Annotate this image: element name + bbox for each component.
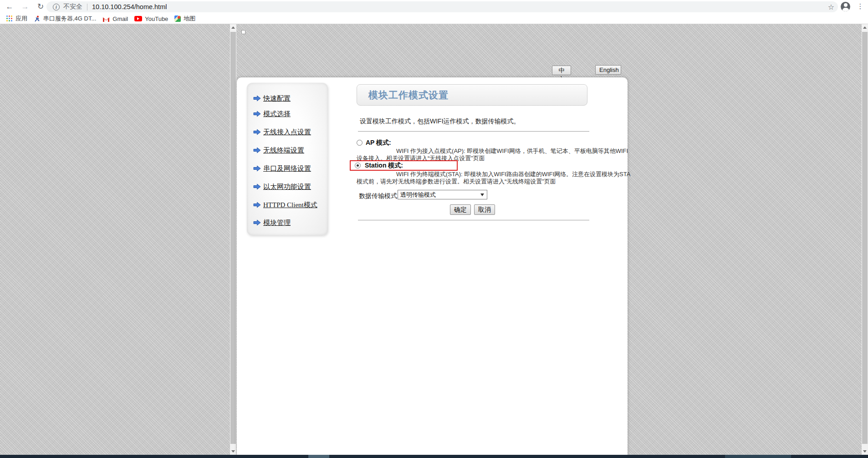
bookmark-star-icon[interactable]: ☆ xyxy=(828,3,834,11)
arrow-icon xyxy=(253,129,261,135)
ap-mode-label[interactable]: AP 模式: xyxy=(366,139,391,147)
runner-icon xyxy=(34,15,41,22)
station-mode-radio[interactable] xyxy=(355,163,361,168)
sidebar-item-module-management[interactable]: 模块管理 xyxy=(253,218,291,227)
bookmarks-bar: 应用 串口服务器,4G DT... Gmail YouTube xyxy=(0,13,868,24)
taskbar-segment xyxy=(725,455,791,458)
intro-text: 设置模块工作模式，包括WIFI运作模式，数据传输模式。 xyxy=(360,117,520,126)
reload-icon[interactable]: ↻ xyxy=(35,1,46,13)
address-bar[interactable]: i 不安全 10.10.100.254/home.html ☆ xyxy=(46,1,838,12)
ok-button[interactable]: 确定 xyxy=(450,204,471,215)
scrollbar-thumb[interactable] xyxy=(862,32,868,444)
arrow-icon xyxy=(253,95,261,102)
url-text[interactable]: 10.10.100.254/home.html xyxy=(92,3,167,10)
page-title-box: 模块工作模式设置 xyxy=(357,84,587,106)
bookmark-serial-server[interactable]: 串口服务器,4G DT... xyxy=(34,14,96,23)
page-title: 模块工作模式设置 xyxy=(368,89,449,102)
scroll-up-icon[interactable] xyxy=(230,24,236,31)
apps-grid-icon xyxy=(6,15,13,22)
sidebar-item-label[interactable]: 快速配置 xyxy=(263,94,291,103)
gmail-icon xyxy=(102,16,110,22)
transfer-mode-label: 数据传输模式 xyxy=(359,192,397,200)
bookmark-maps[interactable]: 地图 xyxy=(174,14,195,23)
bookmark-gmail[interactable]: Gmail xyxy=(102,14,128,23)
youtube-icon xyxy=(134,16,142,21)
sidebar-item-ethernet[interactable]: 以太网功能设置 xyxy=(253,182,311,191)
arrow-icon xyxy=(253,165,261,172)
ap-mode-radio[interactable] xyxy=(357,140,363,146)
sidebar-menu: 快速配置 模式选择 无线接入点设置 无线终端设置 串口及网络设置 以太网功能设置 xyxy=(247,83,328,235)
sidebar-item-label[interactable]: 模块管理 xyxy=(263,219,291,227)
maps-icon xyxy=(174,15,181,22)
sidebar-item-label[interactable]: 以太网功能设置 xyxy=(263,183,311,191)
cancel-button[interactable]: 取消 xyxy=(474,204,495,215)
lang-chinese-button[interactable]: 中文 xyxy=(552,66,571,75)
scroll-up-icon[interactable] xyxy=(862,24,868,31)
sidebar-item-label[interactable]: HTTPD Client模式 xyxy=(263,201,317,209)
transfer-mode-select[interactable]: 透明传输模式 xyxy=(398,190,487,199)
chevron-down-icon xyxy=(480,193,484,196)
bookmark-label: YouTube xyxy=(145,15,168,22)
sidebar-item-label[interactable]: 无线终端设置 xyxy=(263,146,304,155)
page-viewport: 中文 English 快速配置 模式选择 无线接入点设置 无线终端设置 xyxy=(0,24,868,455)
sidebar-item-mode-select[interactable]: 模式选择 xyxy=(253,109,291,118)
sidebar-item-quick-config[interactable]: 快速配置 xyxy=(253,94,291,103)
scroll-down-icon[interactable] xyxy=(862,448,868,455)
browser-scrollbar[interactable] xyxy=(862,24,868,455)
menu-dots-icon[interactable]: ⋮ xyxy=(856,2,864,10)
station-mode-label[interactable]: Station 模式: xyxy=(365,162,403,170)
sidebar-item-httpd-client[interactable]: HTTPD Client模式 xyxy=(253,200,317,209)
lang-english-button[interactable]: English xyxy=(595,65,621,75)
browser-chrome: ← → ↻ i 不安全 10.10.100.254/home.html ☆ ⋮ … xyxy=(0,0,868,24)
arrow-icon xyxy=(253,111,261,117)
browser-toolbar: ← → ↻ i 不安全 10.10.100.254/home.html ☆ ⋮ xyxy=(0,0,868,13)
sidebar-item-ap-settings[interactable]: 无线接入点设置 xyxy=(253,127,311,137)
forward-icon[interactable]: → xyxy=(19,1,31,13)
bookmark-label: 应用 xyxy=(15,15,27,23)
station-mode-desc: 模式前，请先对无线终端参数进行设置。相关设置请进入“无线终端设置”页面 xyxy=(357,178,556,186)
security-label: 不安全 xyxy=(63,3,82,11)
arrow-icon xyxy=(253,219,261,226)
sidebar-item-label[interactable]: 无线接入点设置 xyxy=(263,128,311,137)
arrow-icon xyxy=(253,202,261,208)
transfer-mode-value: 透明传输模式 xyxy=(400,191,436,198)
sidebar-item-label[interactable]: 模式选择 xyxy=(263,110,291,118)
bookmark-apps[interactable]: 应用 xyxy=(6,14,27,23)
back-icon[interactable]: ← xyxy=(4,1,15,13)
content-panel: 快速配置 模式选择 无线接入点设置 无线终端设置 串口及网络设置 以太网功能设置 xyxy=(237,77,628,455)
bookmark-label: 串口服务器,4G DT... xyxy=(43,15,96,23)
profile-avatar[interactable] xyxy=(841,2,850,11)
bookmark-label: Gmail xyxy=(112,15,128,22)
sidebar-item-sta-settings[interactable]: 无线终端设置 xyxy=(253,146,304,155)
frame-scrollbar[interactable] xyxy=(230,24,236,455)
info-icon[interactable]: i xyxy=(53,4,60,10)
scrollbar-thumb[interactable] xyxy=(230,32,236,444)
bookmark-label: 地图 xyxy=(184,15,195,23)
divider xyxy=(87,4,87,10)
divider xyxy=(358,131,589,132)
taskbar-strip xyxy=(0,455,868,458)
arrow-icon xyxy=(253,147,261,153)
taskbar-segment xyxy=(308,455,329,458)
sidebar-item-label[interactable]: 串口及网络设置 xyxy=(263,164,311,173)
scroll-down-icon[interactable] xyxy=(230,448,236,455)
sidebar-item-serial-network[interactable]: 串口及网络设置 xyxy=(253,164,311,173)
bookmark-youtube[interactable]: YouTube xyxy=(134,14,168,23)
divider xyxy=(358,220,589,220)
arrow-icon xyxy=(253,183,261,190)
broken-image-placeholder xyxy=(241,30,245,34)
